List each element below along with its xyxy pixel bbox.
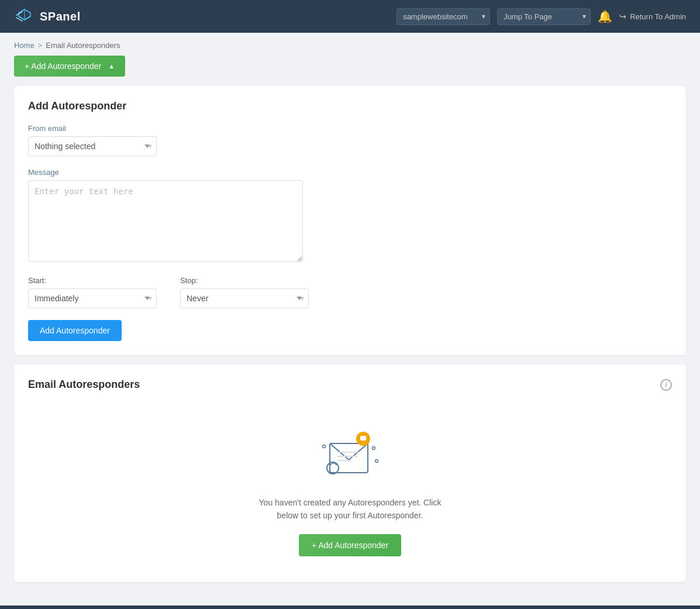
add-autoresponder-top-button[interactable]: + Add Autoresponder ▲ [14, 56, 125, 77]
svg-point-11 [375, 460, 378, 463]
breadcrumb-bar: Home > Email Autoresponders [0, 33, 700, 56]
page-select[interactable]: Jump To Page [497, 8, 591, 25]
footer: © SPanel. All rights reserved. [0, 605, 700, 609]
start-select-wrapper: Immediately [28, 288, 157, 308]
return-admin-label: Return To Admin [630, 12, 686, 21]
from-email-group: From email Nothing selected [28, 124, 672, 156]
spanel-logo-icon [14, 6, 35, 27]
start-group: Start: Immediately [28, 276, 157, 308]
start-select[interactable]: Immediately [28, 288, 157, 308]
empty-state: You haven't created any Autoresponders y… [28, 402, 672, 568]
from-email-label: From email [28, 124, 672, 133]
add-autoresponder-submit-label: Add Autoresponder [40, 326, 110, 335]
autoresponders-section-title: Email Autoresponders [28, 379, 140, 391]
stop-select[interactable]: Never [180, 288, 309, 308]
svg-rect-6 [360, 436, 366, 441]
header-right: samplewebsitecom Jump To Page 🔔 ↪ Return… [396, 8, 686, 25]
notification-bell-icon[interactable]: 🔔 [598, 9, 612, 23]
section-header: Email Autoresponders i [28, 379, 672, 391]
action-bar: + Add Autoresponder ▲ [0, 56, 700, 86]
add-autoresponder-title: Add Autoresponder [28, 100, 672, 112]
return-to-admin-link[interactable]: ↪ Return To Admin [619, 12, 686, 21]
breadcrumb: Home > Email Autoresponders [14, 41, 686, 50]
svg-point-10 [372, 447, 375, 450]
message-textarea[interactable] [28, 180, 303, 262]
logo: SPanel [14, 6, 81, 27]
add-autoresponder-top-label: + Add Autoresponder [25, 61, 101, 71]
logo-text: SPanel [40, 10, 81, 23]
breadcrumb-current: Email Autoresponders [46, 41, 120, 50]
add-first-autoresponder-button[interactable]: + Add Autoresponder [299, 534, 401, 556]
chevron-up-icon: ▲ [108, 63, 115, 70]
site-select-wrapper: samplewebsitecom [396, 8, 490, 25]
autoresponders-list-card: Email Autoresponders i [14, 364, 686, 582]
main-content: Add Autoresponder From email Nothing sel… [0, 86, 700, 605]
message-label: Message [28, 168, 672, 177]
autoresponder-illustration [315, 420, 385, 484]
from-email-select[interactable]: Nothing selected [28, 136, 157, 156]
page-select-wrapper: Jump To Page [497, 8, 591, 25]
add-autoresponder-submit-button[interactable]: Add Autoresponder [28, 320, 122, 341]
from-email-select-wrapper: Nothing selected [28, 136, 157, 156]
breadcrumb-separator: > [38, 41, 43, 50]
site-select[interactable]: samplewebsitecom [396, 8, 490, 25]
svg-point-9 [322, 445, 325, 448]
header: SPanel samplewebsitecom Jump To Page 🔔 ↪… [0, 0, 700, 33]
breadcrumb-home[interactable]: Home [14, 41, 35, 50]
return-admin-icon: ↪ [619, 12, 626, 21]
add-first-autoresponder-label: + Add Autoresponder [312, 541, 388, 550]
stop-select-wrapper: Never [180, 288, 309, 308]
start-label: Start: [28, 276, 157, 285]
message-group: Message [28, 168, 672, 264]
stop-group: Stop: Never [180, 276, 309, 308]
stop-label: Stop: [180, 276, 309, 285]
start-stop-row: Start: Immediately Stop: Never [28, 276, 672, 308]
empty-state-text: You haven't created any Autoresponders y… [251, 496, 450, 522]
info-icon[interactable]: i [660, 379, 672, 391]
add-autoresponder-card: Add Autoresponder From email Nothing sel… [14, 86, 686, 355]
